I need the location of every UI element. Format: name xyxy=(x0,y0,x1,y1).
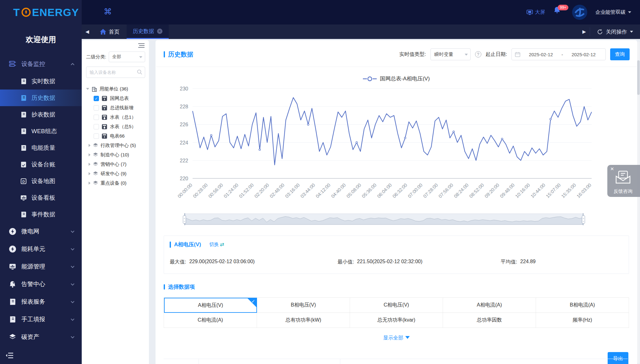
tree-device-4[interactable]: 电表66 xyxy=(86,131,145,141)
stats-card: A相电压(V) 切换 ⇄ 最大值:229.00(2025-02-12 03:06… xyxy=(164,236,629,274)
tree-root[interactable]: 用能单位 (36) xyxy=(86,84,145,94)
device-search-input[interactable] xyxy=(86,67,145,78)
tabs-scroll-right-icon[interactable]: ▶ xyxy=(578,29,590,35)
chart-legend[interactable]: 国网总表-A相电压(V) xyxy=(156,75,637,82)
notifications-button[interactable]: 99+ xyxy=(553,6,564,19)
close-icon[interactable]: ✕ xyxy=(610,166,614,172)
scrollbar-thumb[interactable] xyxy=(637,60,640,95)
sidebar-item-0-3[interactable]: WEB组态 xyxy=(0,123,82,139)
avatar[interactable] xyxy=(572,5,587,20)
checkbox-unchecked[interactable] xyxy=(94,133,99,139)
data-item-5[interactable]: C相电流(A) xyxy=(164,313,257,328)
checkbox-unchecked[interactable] xyxy=(94,105,99,111)
svg-text:01:52:00: 01:52:00 xyxy=(238,182,254,199)
date-range-picker[interactable]: 2025-02-12 - 2025-02-12 xyxy=(511,48,606,60)
tree-category-1[interactable]: 制造中心 (10) xyxy=(86,150,145,160)
sidebar-group-label: 微电网 xyxy=(21,227,39,236)
date-start-value[interactable]: 2025-02-12 xyxy=(522,52,560,57)
checkbox-checked[interactable]: ✓ xyxy=(94,96,99,101)
show-all-toggle[interactable]: 显示全部 xyxy=(156,335,637,341)
sidebar-group-0[interactable]: 设备监控 xyxy=(0,55,82,73)
tab-close-icon[interactable]: ✕ xyxy=(157,29,162,34)
switch-metric-link[interactable]: 切换 ⇄ xyxy=(209,242,224,247)
datazoom-left-handle[interactable] xyxy=(183,215,186,224)
data-item-8[interactable]: 总功率因数 xyxy=(443,313,536,328)
layers-icon xyxy=(93,143,98,148)
tree-category-3[interactable]: 研发中心 (9) xyxy=(86,169,145,178)
min-value: 221.50(2025-02-12 02:32:00) xyxy=(357,259,422,265)
tree-device-2[interactable]: 水表（总1） xyxy=(86,112,145,122)
category-select[interactable]: 全部 xyxy=(109,52,145,62)
sidebar-item-0-0[interactable]: 实时数据 xyxy=(0,73,82,90)
history-chart-svg: 22022222422622823000:00:0000:28:0000:56:… xyxy=(164,84,629,211)
sidebar-item-label: 历史数据 xyxy=(31,94,55,102)
sidebar-item-0-8[interactable]: 事件数据 xyxy=(0,206,82,223)
tree-device-0[interactable]: ✓ 国网总表 xyxy=(86,94,145,103)
data-item-1[interactable]: B相电压(V) xyxy=(257,298,350,313)
svg-text:02:20:00: 02:20:00 xyxy=(253,182,270,199)
datazoom-right-handle[interactable] xyxy=(582,215,585,224)
sidebar-group-7[interactable]: 碳资产 xyxy=(0,328,82,346)
tree-device-3[interactable]: 水表（总5） xyxy=(86,122,145,131)
data-item-4[interactable]: B相电流(A) xyxy=(536,298,629,313)
sidebar-group-label: 能源管理 xyxy=(21,263,45,271)
sidebar-group-2[interactable]: 能耗单元 xyxy=(0,240,82,258)
feedback-envelope-icon xyxy=(615,171,631,185)
bolt-icon xyxy=(9,245,16,253)
data-item-3[interactable]: A相电流(A) xyxy=(443,298,536,313)
tabs-scroll-left-icon[interactable]: ◀ xyxy=(82,29,93,35)
data-item-7[interactable]: 总无功功率(kvar) xyxy=(350,313,443,328)
sidebar-group-label: 手工填报 xyxy=(21,315,45,323)
data-item-2[interactable]: C相电压(V) xyxy=(350,298,443,313)
book-icon xyxy=(20,211,27,218)
data-item-9[interactable]: 频率(Hz) xyxy=(536,313,629,328)
sidebar-item-0-1[interactable]: 历史数据 xyxy=(0,90,82,106)
svg-text:03:16:00: 03:16:00 xyxy=(284,182,301,199)
sidebar-group-1[interactable]: 微电网 xyxy=(0,223,82,240)
sidebar-item-0-4[interactable]: 电能质量 xyxy=(0,139,82,156)
map-icon: D xyxy=(20,178,27,185)
workspace-switcher[interactable]: 企业能管双碳 xyxy=(595,9,631,16)
tree-category-4[interactable]: 重点设备 (0) xyxy=(86,178,145,188)
layers-icon xyxy=(9,333,16,341)
sidebar-item-0-2[interactable]: 抄表数据 xyxy=(0,106,82,123)
history-chart[interactable]: 22022222422622823000:00:0000:28:0000:56:… xyxy=(164,84,631,212)
data-item-label: B相电压(V) xyxy=(291,302,316,308)
svg-text:D: D xyxy=(22,179,25,183)
sidebar-item-0-6[interactable]: D 设备地图 xyxy=(0,173,82,189)
close-operations-dropdown[interactable]: 关闭操作 xyxy=(590,27,640,36)
svg-text:08:24:00: 08:24:00 xyxy=(453,182,469,199)
data-item-6[interactable]: 总有功功率(kW) xyxy=(257,313,350,328)
sidebar-item-0-7[interactable]: 设备看板 xyxy=(0,189,82,206)
sidebar-collapse-button[interactable] xyxy=(6,352,14,360)
tab-home[interactable]: 首页 xyxy=(93,24,127,39)
check-icon: ✓ xyxy=(251,299,255,304)
data-item-0[interactable]: A相电压(V) ✓ xyxy=(164,298,257,313)
sidebar-item-0-5[interactable]: 设备台账 xyxy=(0,156,82,173)
sidebar-group-3[interactable]: 能源管理 xyxy=(0,258,82,275)
realtime-type-select[interactable]: 瞬时变量 xyxy=(430,48,471,60)
tree-category-0[interactable]: 行政管理中心 (5) xyxy=(86,141,145,150)
checkbox-unchecked[interactable] xyxy=(94,124,99,129)
tab-history-data[interactable]: 历史数据 ✕ xyxy=(127,24,169,39)
help-icon[interactable]: ? xyxy=(475,51,481,57)
date-end-value[interactable]: 2025-02-12 xyxy=(565,52,602,57)
sidebar-group-5[interactable]: 报表服务 xyxy=(0,293,82,311)
caret-down-icon xyxy=(86,88,89,90)
max-stat: 最大值:229.00(2025-02-12 03:06:00) xyxy=(170,259,337,265)
category-label: 行政管理中心 (5) xyxy=(101,143,136,149)
feedback-widget[interactable]: ✕ 反馈咨询 xyxy=(607,165,640,197)
big-screen-button[interactable]: 大屏 xyxy=(527,9,545,16)
svg-text:00:00:00: 00:00:00 xyxy=(177,182,193,199)
welcome-text: 欢迎使用 xyxy=(0,35,82,45)
panel-menu-icon[interactable] xyxy=(138,43,145,49)
command-icon[interactable]: ⌘ xyxy=(104,8,112,16)
checkbox-unchecked[interactable] xyxy=(94,115,99,120)
datazoom-slider[interactable] xyxy=(184,214,583,225)
query-button[interactable]: 查询 xyxy=(610,48,630,60)
sidebar-group-4[interactable]: 告警中心 xyxy=(0,275,82,293)
chevron-down-icon xyxy=(70,246,75,253)
tree-category-2[interactable]: 营销中心 (7) xyxy=(86,160,145,169)
sidebar-group-6[interactable]: 手工填报 xyxy=(0,311,82,328)
tree-device-1[interactable]: 总进线新增 xyxy=(86,103,145,112)
